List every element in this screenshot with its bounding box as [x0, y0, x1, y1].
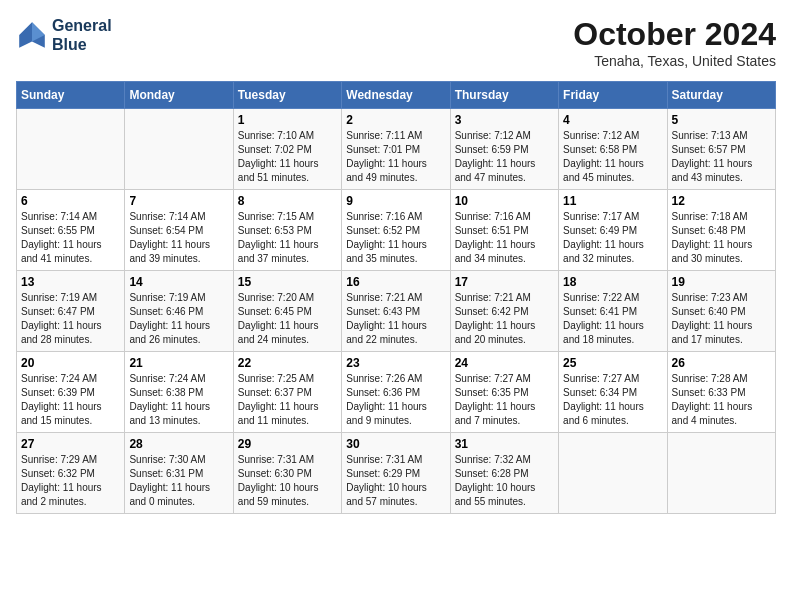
- day-number: 27: [21, 437, 120, 451]
- calendar-day-cell: 2Sunrise: 7:11 AM Sunset: 7:01 PM Daylig…: [342, 109, 450, 190]
- day-number: 18: [563, 275, 662, 289]
- day-of-week-header: Tuesday: [233, 82, 341, 109]
- calendar-day-cell: 24Sunrise: 7:27 AM Sunset: 6:35 PM Dayli…: [450, 352, 558, 433]
- day-number: 11: [563, 194, 662, 208]
- day-info: Sunrise: 7:23 AM Sunset: 6:40 PM Dayligh…: [672, 291, 771, 347]
- calendar-day-cell: 21Sunrise: 7:24 AM Sunset: 6:38 PM Dayli…: [125, 352, 233, 433]
- day-info: Sunrise: 7:18 AM Sunset: 6:48 PM Dayligh…: [672, 210, 771, 266]
- day-info: Sunrise: 7:30 AM Sunset: 6:31 PM Dayligh…: [129, 453, 228, 509]
- calendar-day-cell: [559, 433, 667, 514]
- day-info: Sunrise: 7:10 AM Sunset: 7:02 PM Dayligh…: [238, 129, 337, 185]
- day-number: 5: [672, 113, 771, 127]
- calendar-day-cell: 10Sunrise: 7:16 AM Sunset: 6:51 PM Dayli…: [450, 190, 558, 271]
- day-info: Sunrise: 7:14 AM Sunset: 6:54 PM Dayligh…: [129, 210, 228, 266]
- day-number: 14: [129, 275, 228, 289]
- day-info: Sunrise: 7:13 AM Sunset: 6:57 PM Dayligh…: [672, 129, 771, 185]
- day-of-week-header: Monday: [125, 82, 233, 109]
- day-number: 28: [129, 437, 228, 451]
- logo-text: General Blue: [52, 16, 112, 54]
- logo-icon: [16, 19, 48, 51]
- calendar-week-row: 13Sunrise: 7:19 AM Sunset: 6:47 PM Dayli…: [17, 271, 776, 352]
- calendar-day-cell: 25Sunrise: 7:27 AM Sunset: 6:34 PM Dayli…: [559, 352, 667, 433]
- day-info: Sunrise: 7:14 AM Sunset: 6:55 PM Dayligh…: [21, 210, 120, 266]
- day-info: Sunrise: 7:26 AM Sunset: 6:36 PM Dayligh…: [346, 372, 445, 428]
- calendar-day-cell: 13Sunrise: 7:19 AM Sunset: 6:47 PM Dayli…: [17, 271, 125, 352]
- day-number: 21: [129, 356, 228, 370]
- calendar-week-row: 6Sunrise: 7:14 AM Sunset: 6:55 PM Daylig…: [17, 190, 776, 271]
- calendar-day-cell: 15Sunrise: 7:20 AM Sunset: 6:45 PM Dayli…: [233, 271, 341, 352]
- calendar-day-cell: 16Sunrise: 7:21 AM Sunset: 6:43 PM Dayli…: [342, 271, 450, 352]
- day-info: Sunrise: 7:27 AM Sunset: 6:34 PM Dayligh…: [563, 372, 662, 428]
- calendar-week-row: 27Sunrise: 7:29 AM Sunset: 6:32 PM Dayli…: [17, 433, 776, 514]
- day-number: 25: [563, 356, 662, 370]
- calendar-day-cell: [125, 109, 233, 190]
- day-info: Sunrise: 7:24 AM Sunset: 6:38 PM Dayligh…: [129, 372, 228, 428]
- day-number: 1: [238, 113, 337, 127]
- day-number: 22: [238, 356, 337, 370]
- logo: General Blue: [16, 16, 112, 54]
- calendar-day-cell: 8Sunrise: 7:15 AM Sunset: 6:53 PM Daylig…: [233, 190, 341, 271]
- calendar-day-cell: 19Sunrise: 7:23 AM Sunset: 6:40 PM Dayli…: [667, 271, 775, 352]
- calendar-week-row: 20Sunrise: 7:24 AM Sunset: 6:39 PM Dayli…: [17, 352, 776, 433]
- calendar-day-cell: 20Sunrise: 7:24 AM Sunset: 6:39 PM Dayli…: [17, 352, 125, 433]
- day-info: Sunrise: 7:25 AM Sunset: 6:37 PM Dayligh…: [238, 372, 337, 428]
- calendar-day-cell: 5Sunrise: 7:13 AM Sunset: 6:57 PM Daylig…: [667, 109, 775, 190]
- calendar-day-cell: 14Sunrise: 7:19 AM Sunset: 6:46 PM Dayli…: [125, 271, 233, 352]
- calendar-day-cell: 3Sunrise: 7:12 AM Sunset: 6:59 PM Daylig…: [450, 109, 558, 190]
- page-header: General Blue October 2024 Tenaha, Texas,…: [16, 16, 776, 69]
- day-number: 15: [238, 275, 337, 289]
- day-number: 20: [21, 356, 120, 370]
- day-info: Sunrise: 7:16 AM Sunset: 6:51 PM Dayligh…: [455, 210, 554, 266]
- day-info: Sunrise: 7:19 AM Sunset: 6:46 PM Dayligh…: [129, 291, 228, 347]
- calendar-day-cell: 26Sunrise: 7:28 AM Sunset: 6:33 PM Dayli…: [667, 352, 775, 433]
- calendar-day-cell: 30Sunrise: 7:31 AM Sunset: 6:29 PM Dayli…: [342, 433, 450, 514]
- calendar-day-cell: 22Sunrise: 7:25 AM Sunset: 6:37 PM Dayli…: [233, 352, 341, 433]
- day-number: 13: [21, 275, 120, 289]
- day-number: 9: [346, 194, 445, 208]
- calendar-day-cell: 4Sunrise: 7:12 AM Sunset: 6:58 PM Daylig…: [559, 109, 667, 190]
- day-number: 8: [238, 194, 337, 208]
- day-info: Sunrise: 7:19 AM Sunset: 6:47 PM Dayligh…: [21, 291, 120, 347]
- day-info: Sunrise: 7:29 AM Sunset: 6:32 PM Dayligh…: [21, 453, 120, 509]
- day-info: Sunrise: 7:31 AM Sunset: 6:29 PM Dayligh…: [346, 453, 445, 509]
- day-of-week-header: Thursday: [450, 82, 558, 109]
- calendar-day-cell: 31Sunrise: 7:32 AM Sunset: 6:28 PM Dayli…: [450, 433, 558, 514]
- calendar-day-cell: 29Sunrise: 7:31 AM Sunset: 6:30 PM Dayli…: [233, 433, 341, 514]
- calendar-week-row: 1Sunrise: 7:10 AM Sunset: 7:02 PM Daylig…: [17, 109, 776, 190]
- day-info: Sunrise: 7:12 AM Sunset: 6:58 PM Dayligh…: [563, 129, 662, 185]
- calendar-day-cell: 28Sunrise: 7:30 AM Sunset: 6:31 PM Dayli…: [125, 433, 233, 514]
- day-number: 16: [346, 275, 445, 289]
- day-of-week-header: Saturday: [667, 82, 775, 109]
- day-info: Sunrise: 7:31 AM Sunset: 6:30 PM Dayligh…: [238, 453, 337, 509]
- title-block: October 2024 Tenaha, Texas, United State…: [573, 16, 776, 69]
- calendar-header-row: SundayMondayTuesdayWednesdayThursdayFrid…: [17, 82, 776, 109]
- calendar-day-cell: 12Sunrise: 7:18 AM Sunset: 6:48 PM Dayli…: [667, 190, 775, 271]
- day-number: 23: [346, 356, 445, 370]
- calendar-day-cell: [667, 433, 775, 514]
- day-number: 10: [455, 194, 554, 208]
- day-info: Sunrise: 7:11 AM Sunset: 7:01 PM Dayligh…: [346, 129, 445, 185]
- calendar-day-cell: 17Sunrise: 7:21 AM Sunset: 6:42 PM Dayli…: [450, 271, 558, 352]
- calendar-day-cell: 6Sunrise: 7:14 AM Sunset: 6:55 PM Daylig…: [17, 190, 125, 271]
- calendar-day-cell: 27Sunrise: 7:29 AM Sunset: 6:32 PM Dayli…: [17, 433, 125, 514]
- calendar-day-cell: 1Sunrise: 7:10 AM Sunset: 7:02 PM Daylig…: [233, 109, 341, 190]
- day-info: Sunrise: 7:27 AM Sunset: 6:35 PM Dayligh…: [455, 372, 554, 428]
- calendar-day-cell: 23Sunrise: 7:26 AM Sunset: 6:36 PM Dayli…: [342, 352, 450, 433]
- day-info: Sunrise: 7:21 AM Sunset: 6:43 PM Dayligh…: [346, 291, 445, 347]
- day-info: Sunrise: 7:15 AM Sunset: 6:53 PM Dayligh…: [238, 210, 337, 266]
- day-info: Sunrise: 7:17 AM Sunset: 6:49 PM Dayligh…: [563, 210, 662, 266]
- day-number: 12: [672, 194, 771, 208]
- day-info: Sunrise: 7:22 AM Sunset: 6:41 PM Dayligh…: [563, 291, 662, 347]
- calendar-day-cell: [17, 109, 125, 190]
- day-number: 4: [563, 113, 662, 127]
- day-number: 17: [455, 275, 554, 289]
- day-info: Sunrise: 7:16 AM Sunset: 6:52 PM Dayligh…: [346, 210, 445, 266]
- day-number: 26: [672, 356, 771, 370]
- day-number: 2: [346, 113, 445, 127]
- day-of-week-header: Friday: [559, 82, 667, 109]
- day-number: 3: [455, 113, 554, 127]
- calendar-day-cell: 18Sunrise: 7:22 AM Sunset: 6:41 PM Dayli…: [559, 271, 667, 352]
- day-info: Sunrise: 7:20 AM Sunset: 6:45 PM Dayligh…: [238, 291, 337, 347]
- calendar-table: SundayMondayTuesdayWednesdayThursdayFrid…: [16, 81, 776, 514]
- calendar-day-cell: 9Sunrise: 7:16 AM Sunset: 6:52 PM Daylig…: [342, 190, 450, 271]
